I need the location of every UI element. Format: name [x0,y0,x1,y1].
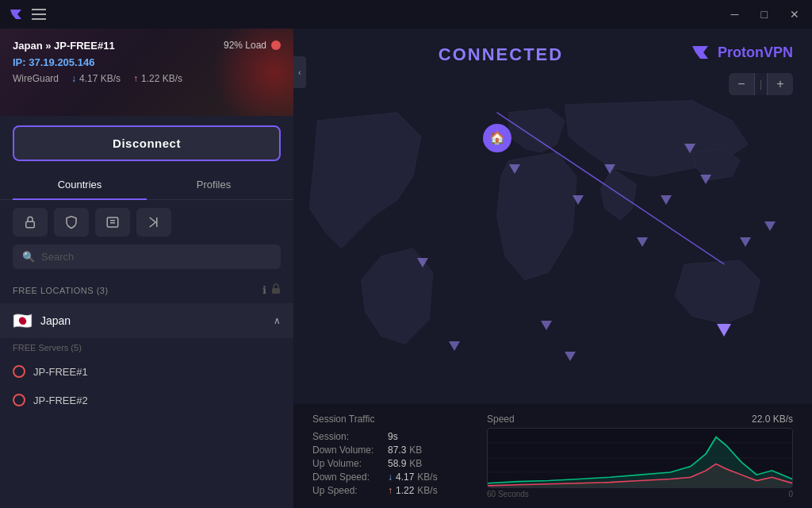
session-traffic: Session Traffic Session: 9s Down Volume:… [312,414,487,498]
titlebar-left [8,6,46,22]
zoom-out-button[interactable]: − [729,73,754,95]
japan-flag-icon: 🇯🇵 [13,311,33,330]
country-row-japan[interactable]: 🇯🇵 Japan ∧ [0,303,293,338]
server-marker [764,221,776,231]
down-vol-label: Down Volume: [312,444,388,456]
session-value: 9s [388,431,398,442]
session-traffic-label: Session Traffic [312,414,487,425]
stat-up-vol: Up Volume: 58.9 KB [312,458,487,469]
chart-time-labels: 60 Seconds 0 [487,490,793,498]
down-speed-value: 4.17 KB/s [79,73,121,84]
maximize-button[interactable]: □ [756,6,772,23]
server-marker [449,341,460,351]
server-marker [573,195,584,205]
minimize-button[interactable]: ─ [726,6,744,23]
speed-header: Speed 22.0 KB/s [487,414,793,425]
up-vol-value: 58.9 [388,458,406,469]
stats-panel: Session Traffic Session: 9s Down Volume:… [293,404,812,508]
load-circle-icon [271,40,281,50]
hamburger-menu[interactable] [32,9,46,20]
titlebar: ─ □ ✕ [0,0,812,29]
zoom-level-indicator: | [755,73,767,95]
expand-icon: ∧ [274,315,281,326]
filter-forward-button[interactable] [136,208,171,237]
down-vol-value: 87.3 [388,444,406,456]
stat-down-vol: Down Volume: 87.3 KB [312,444,487,456]
stat-up-speed: Up Speed: ↑ 1.22 KB/s [312,485,487,496]
server-status-icon [13,394,25,406]
home-pin: 🏠 [483,124,511,152]
disconnect-section: Disconnect [0,116,293,171]
connection-header: Japan » JP-FREE#11 92% Load IP: 37.19.20… [0,29,293,116]
close-button[interactable]: ✕ [785,6,804,23]
up-speed: ↑ 1.22 KB/s [133,73,182,84]
connected-status: CONNECTED [439,44,563,65]
server-marker [509,164,520,174]
up-speed-unit: KB/s [417,485,437,496]
svg-rect-1 [26,221,35,228]
server-marker [541,321,552,330]
server-list: FREE Locations (3) ℹ 🇯🇵 Japan ∧ FREE Se [0,277,293,508]
main-layout: Japan » JP-FREE#11 92% Load IP: 37.19.20… [0,29,812,508]
up-speed-label: Up Speed: [312,485,388,496]
up-arrow-icon: ↑ [133,73,138,84]
server-marker [604,164,615,174]
right-header: CONNECTED ProtonVPN [293,29,812,65]
down-vol-unit: KB [409,444,422,456]
server-name-jp2: JP-FREE#2 [33,394,88,406]
session-label: Session: [312,431,388,442]
filter-lock-button[interactable] [13,208,48,237]
disconnect-button[interactable]: Disconnect [13,125,281,161]
filter-row [0,200,293,244]
load-row: 92% Load [224,40,281,51]
up-speed-value: 1.22 [396,485,414,496]
speed-max-value: 22.0 KB/s [752,414,793,425]
down-speed-value: 4.17 [396,471,414,483]
server-marker [637,237,648,247]
tab-countries[interactable]: Countries [13,171,147,200]
search-box: 🔍 [13,244,281,269]
up-vol-unit: KB [409,458,422,469]
protonvpn-logo-icon [689,41,711,64]
speed-row: WireGuard ↓ 4.17 KB/s ↑ 1.22 KB/s [13,73,281,84]
time-start-label: 60 Seconds [487,490,529,498]
server-ip: IP: 37.19.205.146 [13,56,281,68]
japan-country-name: Japan [40,314,274,327]
speed-chart [487,428,793,488]
down-speed: ↓ 4.17 KB/s [71,73,121,84]
info-icon[interactable]: ℹ [262,284,266,296]
tab-profiles[interactable]: Profiles [147,171,281,200]
free-locations-icons: ℹ [262,283,281,297]
zoom-in-button[interactable]: + [768,73,793,95]
ip-address: 37.19.205.146 [29,56,94,68]
chart-svg [488,429,792,487]
destination-marker [717,324,731,337]
zoom-controls: − | + [729,73,793,95]
proton-logo-icon [8,6,24,22]
server-item[interactable]: JP-FREE#2 [0,386,293,414]
free-servers-header: FREE Servers (5) [0,338,293,357]
tabs: Countries Profiles [0,171,293,200]
filter-shield-button[interactable] [54,208,89,237]
svg-marker-0 [10,10,21,19]
speed-chart-label: Speed [487,414,515,425]
up-speed-value: 1.22 KB/s [141,73,182,84]
up-vol-label: Up Volume: [312,458,388,469]
search-input[interactable] [41,251,271,263]
stat-down-speed: Down Speed: ↓ 4.17 KB/s [312,471,487,483]
filter-list-button[interactable] [95,208,130,237]
speed-chart-area: Speed 22.0 KB/s [487,414,793,498]
down-speed-unit: KB/s [417,471,437,483]
server-name-jp1: JP-FREE#1 [33,366,88,378]
right-panel: CONNECTED ProtonVPN − | + [293,29,812,508]
up-speed-arrow-icon: ↑ [388,485,393,496]
server-marker [684,144,695,153]
free-locations-header: FREE Locations (3) ℹ [0,277,293,303]
protocol-label: WireGuard [13,73,59,84]
lock-small-icon [271,283,281,297]
server-item[interactable]: JP-FREE#1 [0,357,293,386]
down-speed-arrow-icon: ↓ [388,471,393,483]
ip-prefix: IP: [13,56,29,68]
search-icon: 🔍 [22,251,35,263]
free-locations-label: FREE Locations (3) [13,286,109,295]
